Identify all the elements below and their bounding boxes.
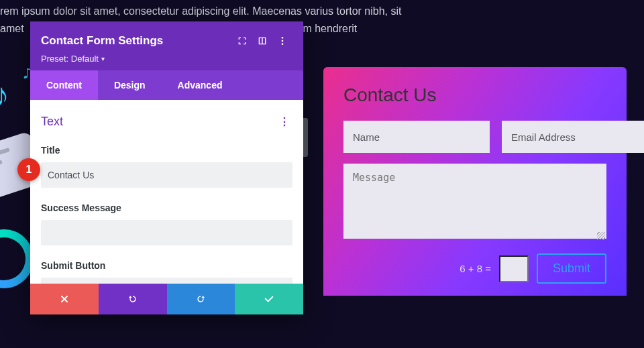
callout-badge: 1 [17,158,40,181]
save-button[interactable] [235,284,303,314]
success-message-label: Success Message [41,202,292,213]
panel-title: Contact Form Settings [41,34,232,48]
more-icon[interactable] [272,31,292,51]
submit-button-input[interactable] [41,278,292,284]
panel-tabs: Content Design Advanced [30,70,303,100]
tab-design[interactable]: Design [98,70,162,100]
submit-button[interactable]: Submit [537,253,606,284]
cancel-button[interactable] [30,284,99,314]
section-heading: Text [41,115,276,129]
panel-header[interactable]: Contact Form Settings Preset: Default ▾ [30,21,303,70]
submit-button-label: Submit Button [41,260,292,271]
preset-label: Preset: Default [41,54,99,64]
undo-button[interactable] [99,284,167,314]
chevron-down-icon: ▾ [101,55,105,62]
panel-resize-handle[interactable] [303,118,308,157]
decorative-ring [0,229,34,288]
captcha-question: 6 + 8 = [460,263,491,274]
check-icon [264,294,274,304]
tab-advanced[interactable]: Advanced [162,70,239,100]
music-note-icon: ♪ [0,76,9,113]
name-input[interactable] [343,121,490,153]
captcha-input[interactable] [499,255,529,282]
bg-text-line2a: amet [0,23,24,34]
layout-icon[interactable] [252,31,272,51]
contact-form-settings-panel: Contact Form Settings Preset: Default ▾ … [30,21,303,314]
contact-form-preview: Contact Us 6 + 8 = Submit [323,67,627,296]
tab-content[interactable]: Content [30,70,98,100]
message-textarea[interactable] [343,164,606,239]
callout-number: 1 [26,164,32,176]
success-message-input[interactable] [41,220,292,245]
redo-button[interactable] [167,284,235,314]
bg-text-line1: rem ipsum dolor sit amet, consectetur ad… [0,3,631,20]
panel-body: Text ⋮ Title Success Message Submit Butt… [30,100,303,284]
expand-icon[interactable] [232,31,252,51]
preset-selector[interactable]: Preset: Default ▾ [41,54,292,64]
section-more-icon[interactable]: ⋮ [276,115,292,128]
title-input[interactable] [41,162,292,188]
undo-icon [127,294,138,304]
form-heading: Contact Us [343,84,606,106]
panel-footer [30,284,303,314]
title-field-label: Title [41,145,292,156]
svg-point-1 [282,40,284,42]
svg-point-2 [282,43,284,45]
redo-icon [195,294,206,304]
close-icon [59,294,70,304]
email-input[interactable] [502,121,644,153]
svg-point-0 [282,37,284,39]
